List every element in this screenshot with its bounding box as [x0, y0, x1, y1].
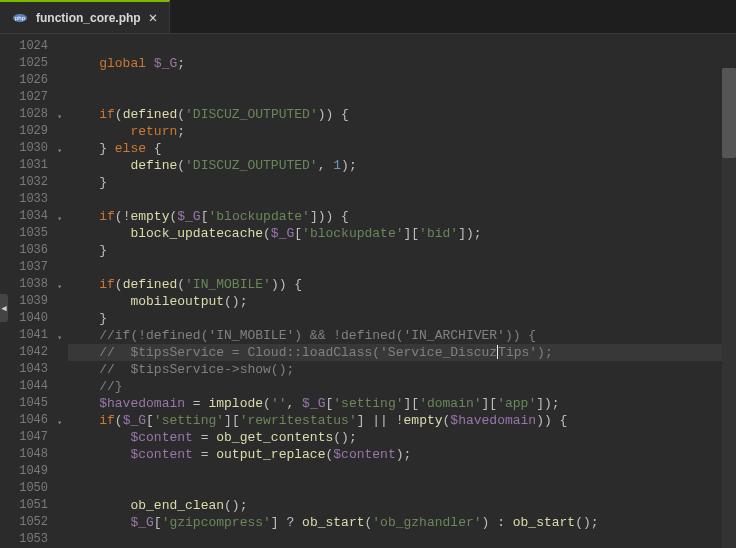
line-number: 1051 [0, 497, 68, 514]
code-line[interactable]: $_G['gzipcompress'] ? ob_start('ob_gzhan… [68, 514, 736, 531]
code-line[interactable]: $havedomain = implode('', $_G['setting']… [68, 395, 736, 412]
line-number: 1046▾ [0, 412, 68, 429]
token: $_G [177, 209, 200, 224]
line-number: 1039 [0, 293, 68, 310]
token [68, 379, 99, 394]
svg-text:php: php [15, 15, 26, 21]
token: $_G [154, 56, 177, 71]
token: 'ob_gzhandler' [372, 515, 481, 530]
line-number: 1049 [0, 463, 68, 480]
token: $content [333, 447, 395, 462]
token [68, 430, 130, 445]
token: ][ [404, 226, 420, 241]
token [68, 226, 130, 241]
token: ( [115, 107, 123, 122]
code-line[interactable]: if(defined('IN_MOBILE')) { [68, 276, 736, 293]
token: $_G [302, 396, 325, 411]
token: ( [177, 107, 185, 122]
token: ) : [482, 515, 513, 530]
code-line[interactable]: } [68, 310, 736, 327]
token: [ [154, 515, 162, 530]
token: else [115, 141, 146, 156]
token: )) { [271, 277, 302, 292]
code-line[interactable]: // $tipsService->show(); [68, 361, 736, 378]
code-area[interactable]: global $_G; if(defined('DISCUZ_OUTPUTED'… [68, 34, 736, 548]
code-line[interactable]: ob_end_clean(); [68, 497, 736, 514]
token: ] ? [271, 515, 302, 530]
line-number: 1035 [0, 225, 68, 242]
token: , [286, 396, 302, 411]
token: ]); [458, 226, 481, 241]
code-line[interactable]: //} [68, 378, 736, 395]
tab-bar: php function_core.php ✕ [0, 0, 736, 34]
token: implode [208, 396, 263, 411]
line-number: 1034▾ [0, 208, 68, 225]
code-line[interactable] [68, 259, 736, 276]
close-icon[interactable]: ✕ [149, 9, 157, 26]
code-line[interactable]: } [68, 242, 736, 259]
file-tab[interactable]: php function_core.php ✕ [0, 0, 170, 33]
code-line[interactable] [68, 191, 736, 208]
code-line[interactable] [68, 72, 736, 89]
line-number: 1029 [0, 123, 68, 140]
token [68, 294, 130, 309]
code-line[interactable]: //if(!defined('IN_MOBILE') && !defined('… [68, 327, 736, 344]
token [68, 209, 99, 224]
token [68, 56, 99, 71]
token: output_replace [216, 447, 325, 462]
line-number: 1027 [0, 89, 68, 106]
line-number: 1040 [0, 310, 68, 327]
line-number: 1053 [0, 531, 68, 548]
token: ; [177, 124, 185, 139]
code-line[interactable]: $content = ob_get_contents(); [68, 429, 736, 446]
token: [ [294, 226, 302, 241]
code-line[interactable]: define('DISCUZ_OUTPUTED', 1); [68, 157, 736, 174]
token: ( [177, 277, 185, 292]
code-line[interactable] [68, 531, 736, 548]
code-line[interactable]: if(!empty($_G['blockupdate'])) { [68, 208, 736, 225]
code-line[interactable]: return; [68, 123, 736, 140]
token: ] || ! [357, 413, 404, 428]
code-line[interactable] [68, 38, 736, 55]
token [68, 328, 99, 343]
token: if [99, 209, 115, 224]
code-line[interactable]: // $tipsService = Cloud::loadClass('Serv… [68, 344, 736, 361]
line-number: 1042 [0, 344, 68, 361]
token [68, 515, 130, 530]
code-line[interactable]: global $_G; [68, 55, 736, 72]
code-line[interactable]: if(defined('DISCUZ_OUTPUTED')) { [68, 106, 736, 123]
token: 1 [333, 158, 341, 173]
code-line[interactable]: } else { [68, 140, 736, 157]
line-number: 1043 [0, 361, 68, 378]
line-number: 1024 [0, 38, 68, 55]
token: $havedomain [450, 413, 536, 428]
code-line[interactable]: block_updatecache($_G['blockupdate']['bi… [68, 225, 736, 242]
line-number-gutter: 10241025102610271028▾10291030▾1031103210… [0, 34, 68, 548]
code-line[interactable]: $content = output_replace($content); [68, 446, 736, 463]
code-line[interactable] [68, 480, 736, 497]
line-number: 1037 [0, 259, 68, 276]
token: } [68, 175, 107, 190]
token: 'rewritestatus' [240, 413, 357, 428]
token: ); [341, 158, 357, 173]
panel-collapse-handle[interactable]: ◀ [0, 294, 8, 322]
vertical-scrollbar[interactable] [722, 68, 736, 548]
line-number: 1030▾ [0, 140, 68, 157]
token: mobileoutput [130, 294, 224, 309]
token: (); [575, 515, 598, 530]
line-number: 1045 [0, 395, 68, 412]
code-line[interactable] [68, 463, 736, 480]
scrollbar-thumb[interactable] [722, 68, 736, 158]
token: 'domain' [419, 396, 481, 411]
code-line[interactable]: } [68, 174, 736, 191]
code-line[interactable]: if($_G['setting']['rewritestatus'] || !e… [68, 412, 736, 429]
token: ][ [224, 413, 240, 428]
token: $content [130, 430, 192, 445]
token: 'bid' [419, 226, 458, 241]
code-line[interactable] [68, 89, 736, 106]
token: //} [99, 379, 122, 394]
token: if [99, 107, 115, 122]
code-line[interactable]: mobileoutput(); [68, 293, 736, 310]
token: 'app' [497, 396, 536, 411]
token: ob_start [513, 515, 575, 530]
